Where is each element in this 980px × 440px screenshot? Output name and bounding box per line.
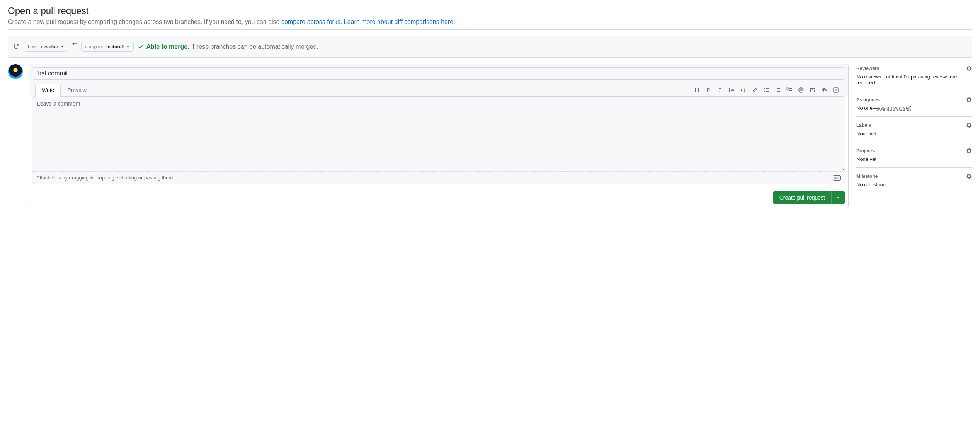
tab-write[interactable]: Write [35,84,61,97]
quote-icon[interactable] [728,87,735,93]
projects-title: Projects [856,148,875,153]
sidebar: Reviewers No reviews—at least 0 approvin… [856,64,972,193]
labels-title: Labels [856,123,871,128]
svg-point-1 [764,89,765,90]
merge-status-ok: Able to merge. [146,43,189,50]
projects-body: None yet [856,156,972,162]
branch-range-editor: base: develop … compare: feature1 Able t… [8,36,972,58]
create-pr-button-group: Create pull request [773,191,845,204]
link-icon[interactable] [752,87,758,93]
projects-block: Projects None yet [856,142,972,168]
labels-block: Labels None yet [856,117,972,142]
compare-branch-select[interactable]: compare: feature1 [81,42,134,52]
assign-yourself-link[interactable]: assign yourself [878,105,911,111]
comment-textarea[interactable] [32,97,845,170]
assignees-title: Assignees [856,97,880,102]
labels-body: None yet [856,131,972,136]
assignees-body: No one—assign yourself [856,105,972,111]
markdown-toolbar [694,87,842,93]
caret-down-icon [61,45,64,48]
tab-preview[interactable]: Preview [61,84,93,96]
git-compare-icon [14,44,20,50]
ol-icon[interactable] [775,87,781,93]
milestone-body: No milestone [856,182,972,188]
base-value: develop [41,44,58,49]
page-subtitle: Create a new pull request by comparing c… [8,19,972,30]
mention-icon[interactable] [798,87,804,93]
create-pr-dropdown[interactable] [831,191,845,204]
reviewers-block: Reviewers No reviews—at least 0 approvin… [856,64,972,91]
gear-icon[interactable] [966,122,972,128]
gear-icon[interactable] [966,148,972,154]
reviewers-body: No reviews—at least 0 approving reviews … [856,74,972,85]
diff-learn-more-link[interactable]: Learn more about diff comparisons here. [344,19,455,25]
gear-icon[interactable] [966,65,972,72]
arrow-left-icon: … [72,41,77,53]
milestone-block: Milestone No milestone [856,168,972,193]
compare-label: compare: [85,44,105,49]
subtitle-mid: . [340,19,344,25]
base-branch-select[interactable]: base: develop [24,42,68,52]
compare-forks-link[interactable]: compare across forks [281,19,340,25]
ul-icon[interactable] [763,87,769,93]
avatar [8,64,23,79]
attach-hint[interactable]: Attach files by dragging & dropping, sel… [36,175,174,181]
subtitle-text: Create a new pull request by comparing c… [8,19,281,25]
tasklist-icon[interactable] [786,87,793,93]
pr-title-input[interactable] [32,67,845,80]
cross-ref-icon[interactable] [810,87,816,93]
italic-icon[interactable] [717,87,723,93]
code-icon[interactable] [740,87,746,93]
check-icon [138,44,144,50]
page-title: Open a pull request [8,5,972,16]
compare-value: feature1 [106,44,124,49]
svg-point-0 [764,88,765,89]
reviewers-title: Reviewers [856,66,879,71]
bold-icon[interactable] [705,87,711,93]
assignees-block: Assignees No one—assign yourself [856,91,972,117]
reply-icon[interactable] [821,87,827,93]
gear-icon[interactable] [966,173,972,179]
diff-square-icon[interactable] [833,87,839,93]
merge-status-msg: These branches can be automatically merg… [192,43,318,50]
svg-point-2 [764,91,765,92]
markdown-badge-icon[interactable]: M↓ [833,175,841,181]
base-label: base: [28,44,39,49]
heading-icon[interactable] [694,87,700,93]
comment-bubble: Write Preview [29,64,849,208]
svg-rect-3 [787,88,788,89]
assignees-none: No one— [856,105,878,111]
create-pr-button[interactable]: Create pull request [773,191,831,204]
gear-icon[interactable] [966,97,972,103]
caret-down-icon [126,45,129,48]
milestone-title: Milestone [856,174,878,179]
